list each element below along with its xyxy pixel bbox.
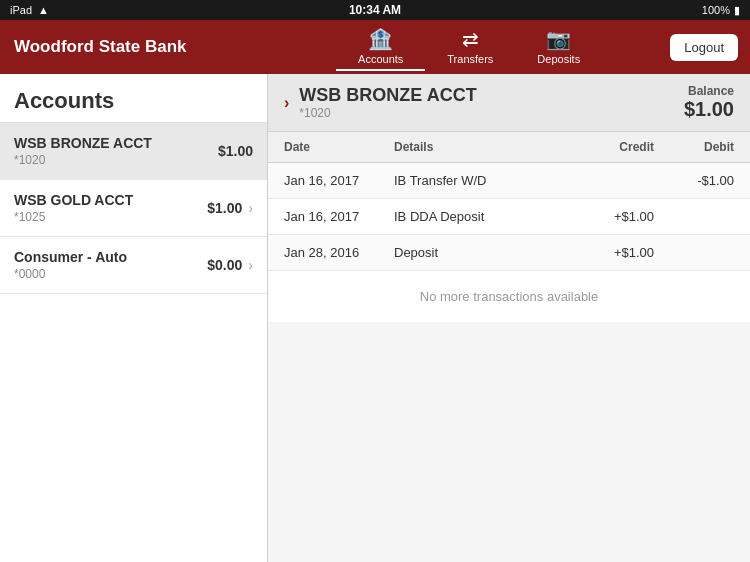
col-header-date: Date (284, 140, 394, 154)
transaction-credit-2: +$1.00 (574, 245, 654, 260)
account-name-gold: WSB GOLD ACCT (14, 192, 133, 208)
main-layout: Accounts WSB BRONZE ACCT *1020 $1.00 WSB… (0, 74, 750, 562)
col-header-credit: Credit (574, 140, 654, 154)
account-info-auto: Consumer - Auto *0000 (14, 249, 127, 281)
sidebar-title: Accounts (0, 74, 267, 123)
transaction-date-0: Jan 16, 2017 (284, 173, 394, 188)
deposits-icon: 📷 (546, 27, 571, 51)
account-num-gold: *1025 (14, 210, 133, 224)
col-header-details: Details (394, 140, 574, 154)
account-num-auto: *0000 (14, 267, 127, 281)
transaction-credit-0 (574, 173, 654, 188)
content-area: › WSB BRONZE ACCT *1020 Balance $1.00 Da… (268, 74, 750, 562)
account-balance-right-auto: $0.00 › (207, 257, 253, 273)
status-bar: iPad ▲ 10:34 AM 100% ▮ (0, 0, 750, 20)
tab-transfers[interactable]: ⇄ Transfers (425, 23, 515, 71)
transaction-credit-1: +$1.00 (574, 209, 654, 224)
transaction-details-2: Deposit (394, 245, 574, 260)
account-balance-auto: $0.00 (207, 257, 242, 273)
chevron-icon-gold: › (248, 200, 253, 216)
transaction-debit-1 (654, 209, 734, 224)
table-row[interactable]: Jan 28, 2016 Deposit +$1.00 (268, 235, 750, 271)
content-account-name: WSB BRONZE ACCT (299, 85, 476, 106)
transaction-date-2: Jan 28, 2016 (284, 245, 394, 260)
tab-deposits[interactable]: 📷 Deposits (515, 23, 602, 71)
wifi-icon: ▲ (38, 4, 49, 16)
balance-label: Balance (684, 84, 734, 98)
transaction-date-1: Jan 16, 2017 (284, 209, 394, 224)
header-nav: 🏦 Accounts ⇄ Transfers 📷 Deposits (268, 23, 670, 71)
tab-deposits-label: Deposits (537, 53, 580, 65)
ipad-label: iPad (10, 4, 32, 16)
account-balance-gold: $1.00 (207, 200, 242, 216)
account-balance-right-bronze: $1.00 (218, 143, 253, 159)
account-name-auto: Consumer - Auto (14, 249, 127, 265)
transaction-debit-0: -$1.00 (654, 173, 734, 188)
battery-label: 100% (702, 4, 730, 16)
no-more-transactions: No more transactions available (268, 271, 750, 322)
table-header: Date Details Credit Debit (268, 132, 750, 163)
account-name-bronze: WSB BRONZE ACCT (14, 135, 152, 151)
app-header: Woodford State Bank 🏦 Accounts ⇄ Transfe… (0, 20, 750, 74)
logout-button[interactable]: Logout (670, 34, 738, 61)
account-expand-chevron[interactable]: › (284, 94, 289, 112)
account-header-left: › WSB BRONZE ACCT *1020 (284, 85, 477, 120)
battery-icon: ▮ (734, 4, 740, 17)
content-account-num: *1020 (299, 106, 476, 120)
tab-transfers-label: Transfers (447, 53, 493, 65)
sidebar: Accounts WSB BRONZE ACCT *1020 $1.00 WSB… (0, 74, 268, 562)
account-header-balance: Balance $1.00 (684, 84, 734, 121)
account-balance-bronze: $1.00 (218, 143, 253, 159)
status-right: 100% ▮ (702, 4, 740, 17)
transaction-debit-2 (654, 245, 734, 260)
account-item-gold[interactable]: WSB GOLD ACCT *1025 $1.00 › (0, 180, 267, 237)
account-header: › WSB BRONZE ACCT *1020 Balance $1.00 (268, 74, 750, 132)
transaction-details-0: IB Transfer W/D (394, 173, 574, 188)
status-left: iPad ▲ (10, 4, 49, 16)
table-row[interactable]: Jan 16, 2017 IB DDA Deposit +$1.00 (268, 199, 750, 235)
account-item-bronze[interactable]: WSB BRONZE ACCT *1020 $1.00 (0, 123, 267, 180)
account-info-bronze: WSB BRONZE ACCT *1020 (14, 135, 152, 167)
tab-accounts-label: Accounts (358, 53, 403, 65)
balance-amount: $1.00 (684, 98, 734, 121)
account-info-gold: WSB GOLD ACCT *1025 (14, 192, 133, 224)
account-item-auto[interactable]: Consumer - Auto *0000 $0.00 › (0, 237, 267, 294)
account-num-bronze: *1020 (14, 153, 152, 167)
tab-accounts[interactable]: 🏦 Accounts (336, 23, 425, 71)
account-header-info: WSB BRONZE ACCT *1020 (299, 85, 476, 120)
transaction-details-1: IB DDA Deposit (394, 209, 574, 224)
accounts-icon: 🏦 (368, 27, 393, 51)
status-time: 10:34 AM (349, 3, 401, 17)
table-row[interactable]: Jan 16, 2017 IB Transfer W/D -$1.00 (268, 163, 750, 199)
chevron-icon-auto: › (248, 257, 253, 273)
brand-name: Woodford State Bank (0, 37, 268, 57)
col-header-debit: Debit (654, 140, 734, 154)
account-balance-right-gold: $1.00 › (207, 200, 253, 216)
transfers-icon: ⇄ (462, 27, 479, 51)
